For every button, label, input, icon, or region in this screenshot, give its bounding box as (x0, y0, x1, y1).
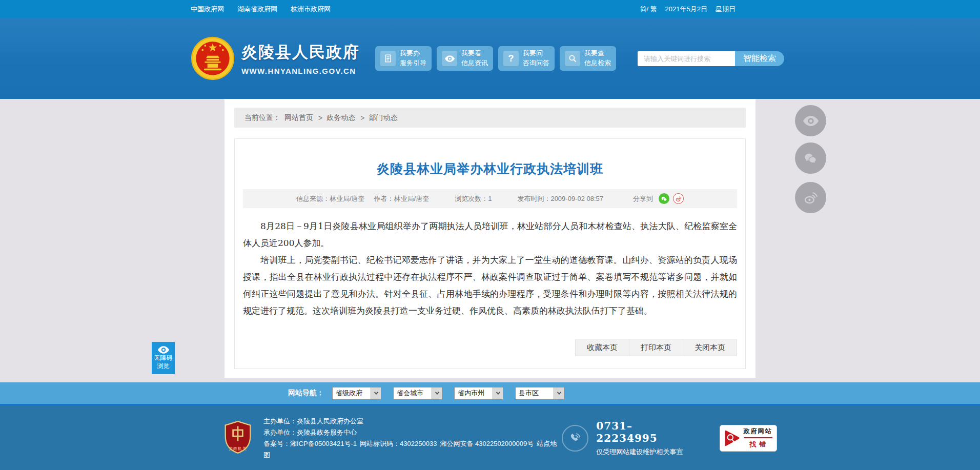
footer-phone-block: 0731–22234995 仅受理网站建设维护相关事宜 (562, 420, 693, 457)
document-icon (380, 51, 396, 66)
nav-select-capital-cities[interactable]: 省会城市 (393, 387, 442, 400)
select-value: 县市区 (516, 389, 539, 398)
chevron-down-icon (554, 387, 564, 399)
quick-buttons: 我要办 服务引导 我要看 信息资讯 ? (375, 46, 616, 71)
meta-views-value: 1 (488, 195, 492, 202)
phone-number: 0731–22234995 (596, 420, 693, 444)
quick-button-label: 我要问 咨询问答 (523, 49, 549, 68)
quick-button-wen[interactable]: ? 我要问 咨询问答 (498, 46, 555, 71)
close-page-button[interactable]: 关闭本页 (683, 339, 737, 356)
undertake-value: 炎陵县政务服务中心 (297, 428, 357, 436)
eye-icon (158, 346, 169, 354)
meta-views-label: 浏览次数： (455, 195, 488, 202)
weibo-share-icon[interactable] (673, 193, 684, 204)
meta-source: 信息来源：林业局/唐奎 (296, 194, 365, 203)
article-paragraph: 8月28日－9月1日炎陵县林业局组织举办了两期执法人员培训班，林业站部分人员和木… (243, 218, 737, 252)
print-page-button[interactable]: 打印本页 (629, 339, 683, 356)
lang-toggle[interactable]: 简/ 繁 (640, 5, 657, 14)
footer-inner: 党政机关 主办单位：炎陵县人民政府办公室 承办单位：炎陵县政务服务中心 备案号：… (191, 406, 789, 470)
topbar: 中国政府网 湖南省政府网 株洲市政府网 简/ 繁 2021年5月2日 星期日 (0, 0, 980, 18)
phone-icon (562, 425, 588, 452)
phone-note: 仅受理网站建设维护相关事宜 (596, 447, 693, 457)
quick-label-line1: 我要查 (584, 49, 604, 57)
wechat-share-icon[interactable] (659, 193, 669, 204)
site-id-value: 4302250033 (400, 440, 437, 447)
breadcrumb-zhengwu[interactable]: 政务动态 (326, 113, 355, 122)
smart-search-button[interactable]: 智能检索 (735, 51, 784, 66)
article-meta-bar: 信息来源：林业局/唐奎 作者：林业局/唐奎 浏览次数：1 发布时间：2009-0… (243, 189, 737, 208)
site-brand[interactable]: 炎陵县人民政府 WWW.HNYANLING.GOV.CN (191, 36, 360, 80)
weibo-icon (803, 190, 819, 206)
content-box: 当前位置： 网站首页 > 政务动态 > 部门动态 炎陵县林业局举办林业行政执法培… (224, 99, 756, 378)
quick-label-line2: 咨询问答 (523, 59, 549, 67)
eye-float-button[interactable] (795, 105, 826, 136)
link-hunan-gov[interactable]: 湖南省政府网 (237, 5, 277, 14)
national-emblem-logo (191, 36, 235, 80)
eye-icon (803, 116, 819, 126)
breadcrumb-bumen[interactable]: 部门动态 (369, 113, 397, 122)
wechat-icon (803, 151, 819, 166)
page: 中国政府网 湖南省政府网 株洲市政府网 简/ 繁 2021年5月2日 星期日 (0, 0, 980, 470)
article-title: 炎陵县林业局举办林业行政执法培训班 (250, 160, 730, 177)
shield-label: 党政机关 (223, 446, 252, 452)
question-glyph: ? (508, 53, 514, 64)
weibo-float-button[interactable] (795, 182, 826, 213)
meta-author-value: 林业局/唐奎 (394, 195, 430, 202)
accessibility-label-line2: 浏览 (157, 362, 170, 370)
topbar-right: 简/ 繁 2021年5月2日 星期日 (640, 5, 789, 14)
magnifier-icon (565, 51, 580, 66)
breadcrumb-label: 当前位置： (244, 113, 280, 122)
quick-label-line2: 信息检索 (584, 59, 611, 67)
host-label: 主办单位： (263, 417, 297, 425)
search-input[interactable] (638, 51, 735, 66)
quick-label-line1: 我要看 (461, 49, 481, 57)
site-url: WWW.HNYANLING.GOV.CN (241, 67, 360, 75)
host-value: 炎陵县人民政府办公室 (297, 417, 363, 425)
favorite-page-button[interactable]: 收藏本页 (575, 339, 629, 356)
nav-select-provincial-gov[interactable]: 省级政府 (332, 387, 381, 400)
article-body: 8月28日－9月1日炎陵县林业局组织举办了两期执法人员培训班，林业站部分人员和木… (235, 218, 745, 319)
link-zhuzhou-gov[interactable]: 株洲市政府网 (291, 5, 331, 14)
wechat-float-button[interactable] (795, 142, 826, 174)
breadcrumb-home[interactable]: 网站首页 (284, 113, 313, 122)
error-badge-line2: 找错 (750, 440, 769, 449)
site-id-label: 网站标识码： (360, 440, 400, 447)
meta-time-value: 2009-09-02 08:57 (550, 195, 603, 202)
meta-publish-time: 发布时间：2009-09-02 08:57 (517, 194, 603, 203)
select-value: 省内市州 (455, 389, 484, 398)
question-icon: ? (503, 51, 519, 66)
brand-text: 炎陵县人民政府 WWW.HNYANLING.GOV.CN (241, 42, 360, 75)
quick-label-line2: 信息资讯 (461, 59, 488, 67)
quick-button-label: 我要办 服务引导 (400, 49, 426, 68)
meta-source-value: 林业局/唐奎 (330, 195, 365, 202)
accessibility-browse-button[interactable]: 无障碍 浏览 (152, 342, 175, 374)
main-area: 当前位置： 网站首页 > 政务动态 > 部门动态 炎陵县林业局举办林业行政执法培… (0, 99, 980, 382)
breadcrumb: 当前位置： 网站首页 > 政务动态 > 部门动态 (234, 108, 746, 128)
link-china-gov[interactable]: 中国政府网 (191, 5, 224, 14)
topbar-inner: 中国政府网 湖南省政府网 株洲市政府网 简/ 繁 2021年5月2日 星期日 (191, 0, 789, 18)
footer-host-line: 主办单位：炎陵县人民政府办公室 (263, 416, 562, 427)
article-paragraph: 培训班上，局党委副书记、纪检书记邓爱志作了讲话，并为大家上了一堂生动的道德教育课… (243, 252, 737, 319)
quick-label-line1: 我要问 (523, 49, 543, 57)
quick-button-kan[interactable]: 我要看 信息资讯 (437, 46, 493, 71)
nav-inner: 网站导航： 省级政府 省会城市 省内市州 县市区 (191, 387, 789, 400)
phone-text: 0731–22234995 仅受理网站建设维护相关事宜 (596, 420, 693, 457)
site-name: 炎陵县人民政府 (241, 42, 360, 63)
breadcrumb-separator: > (360, 114, 364, 122)
footer-record-line: 备案号：湘ICP备05003421号-1网站标识码：4302250033湘公网安… (263, 438, 562, 461)
gov-site-error-report-badge[interactable]: 政府网站 找错 (720, 425, 777, 452)
quick-button-cha[interactable]: 我要查 信息检索 (560, 46, 616, 71)
nav-select-counties[interactable]: 县市区 (515, 387, 564, 400)
chevron-down-icon (432, 387, 442, 399)
quick-label-line2: 服务引导 (400, 59, 426, 67)
quick-button-banshi[interactable]: 我要办 服务引导 (375, 46, 432, 71)
article-actions: 收藏本页 打印本页 关闭本页 (243, 339, 737, 356)
accessibility-label-line1: 无障碍 (154, 354, 173, 362)
footer-info: 主办单位：炎陵县人民政府办公室 承办单位：炎陵县政务服务中心 备案号：湘ICP备… (263, 416, 562, 461)
select-value: 省级政府 (333, 389, 362, 398)
meta-author-label: 作者： (374, 195, 394, 202)
record-label: 备案号： (263, 440, 290, 447)
nav-select-province-cities[interactable]: 省内市州 (454, 387, 503, 400)
chevron-down-icon (493, 387, 503, 399)
error-badge-text: 政府网站 找错 (744, 427, 772, 449)
